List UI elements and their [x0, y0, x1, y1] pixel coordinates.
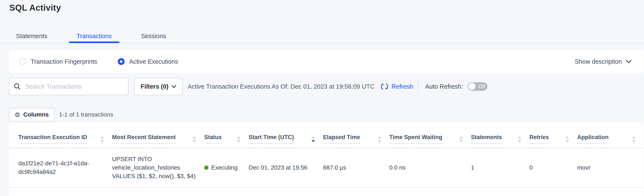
cell-retries: 0: [530, 148, 577, 188]
radio-unselected-icon[interactable]: [19, 58, 26, 65]
table-row[interactable]: da1f21e2-de71-4c1f-a1da-dc9fc94a84a2 UPS…: [9, 148, 644, 188]
search-input[interactable]: [25, 83, 124, 90]
tab-statements[interactable]: Statements: [8, 29, 55, 43]
cell-statements: 1: [471, 148, 530, 188]
status-executing-dot: [204, 166, 208, 170]
refresh-icon: [380, 82, 389, 91]
table-controls: ⚙ Columns 1-1 of 1 transactions: [9, 108, 113, 122]
search-input-wrapper: [9, 78, 128, 95]
search-icon: [14, 83, 21, 90]
sort-icon[interactable]: [632, 136, 636, 143]
transactions-table-card: Transaction Execution ID Most Recent Sta…: [9, 123, 644, 196]
radio-active-executions[interactable]: Active Executions: [118, 58, 178, 65]
columns-button[interactable]: ⚙ Columns: [9, 108, 54, 121]
toolbar: Filters (0) Active Transaction Execution…: [9, 78, 644, 95]
page-title: SQL Activity: [10, 3, 61, 12]
tab-transactions[interactable]: Transactions: [69, 29, 120, 43]
auto-refresh-label: Auto Refresh:: [425, 83, 463, 90]
sort-icon[interactable]: [518, 136, 522, 143]
refresh-button[interactable]: Refresh: [380, 82, 413, 91]
column-header-elapsed-time[interactable]: Elapsed Time: [323, 123, 389, 148]
filters-label: Filters (0): [140, 83, 168, 90]
column-header-status[interactable]: Status: [204, 123, 248, 148]
filters-button[interactable]: Filters (0): [134, 78, 183, 95]
column-header-start-time[interactable]: Start Time (UTC): [248, 123, 323, 148]
toggle-knob: [468, 83, 476, 90]
transactions-table: Transaction Execution ID Most Recent Sta…: [9, 123, 644, 188]
radio-transaction-fingerprints[interactable]: Transaction Fingerprints: [19, 58, 97, 65]
cell-application: movr: [577, 148, 644, 188]
column-header-time-spent-waiting[interactable]: Time Spent Waiting: [389, 123, 471, 148]
column-header-most-recent-statement[interactable]: Most Recent Statement: [112, 123, 204, 148]
tab-sessions[interactable]: Sessions: [133, 29, 174, 43]
toolbar-divider: [418, 80, 419, 93]
show-description-toggle[interactable]: Show description: [575, 58, 632, 65]
gear-icon: ⚙: [14, 111, 20, 118]
toggle-state-label: Off: [478, 83, 485, 89]
sort-icon[interactable]: [100, 136, 104, 143]
cell-elapsed-time: 887.0 µs: [323, 148, 389, 188]
tab-bar: Statements Transactions Sessions: [0, 29, 644, 43]
column-header-retries[interactable]: Retries: [530, 123, 577, 148]
radio-label: Active Executions: [129, 58, 178, 65]
radio-selected-icon[interactable]: [118, 58, 124, 65]
column-header-application[interactable]: Application: [577, 123, 644, 148]
cell-most-recent-statement: UPSERT INTO vehicle_location_histories V…: [112, 148, 204, 188]
sort-icon[interactable]: [459, 136, 463, 143]
chevron-down-icon: [626, 60, 632, 63]
table-header-row: Transaction Execution ID Most Recent Sta…: [9, 123, 644, 148]
column-header-statements[interactable]: Statements: [471, 123, 530, 148]
sort-icon[interactable]: [565, 136, 570, 143]
columns-label: Columns: [23, 111, 49, 118]
show-description-label: Show description: [575, 58, 622, 65]
sort-icon[interactable]: [237, 136, 241, 143]
sort-icon[interactable]: [377, 136, 382, 143]
cell-time-spent-waiting: 0.0 ns: [389, 148, 471, 188]
radio-label: Transaction Fingerprints: [31, 58, 97, 65]
view-mode-bar: Transaction Fingerprints Active Executio…: [9, 50, 644, 73]
cell-transaction-execution-id: da1f21e2-de71-4c1f-a1da-dc9fc94a84a2: [9, 148, 112, 188]
sql-activity-page: SQL Activity Statements Transactions Ses…: [0, 0, 644, 196]
results-count: 1-1 of 1 transactions: [59, 111, 113, 118]
sort-icon-desc-active[interactable]: [311, 136, 316, 143]
cell-start-time: Dec 01, 2023 at 19:56: [248, 148, 323, 188]
column-header-transaction-execution-id[interactable]: Transaction Execution ID: [9, 123, 112, 148]
as-of-text: Active Transaction Executions As Of: Dec…: [188, 83, 374, 90]
status-label: Executing: [211, 163, 238, 172]
refresh-label: Refresh: [392, 83, 413, 90]
auto-refresh-toggle[interactable]: Off: [468, 82, 487, 91]
chevron-down-icon: [172, 85, 176, 88]
cell-status: Executing: [204, 148, 248, 188]
sort-icon[interactable]: [192, 136, 196, 143]
